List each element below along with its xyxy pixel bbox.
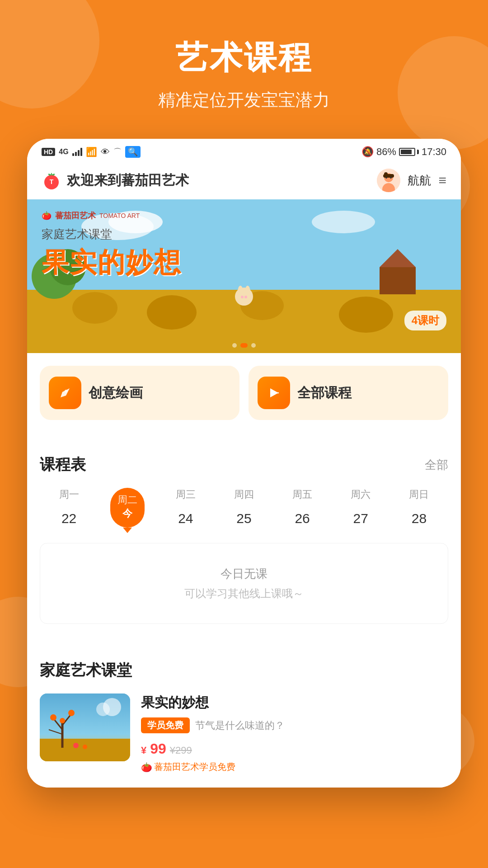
battery-percent: 86%	[376, 146, 396, 158]
empty-sub-text: 可以学习其他线上课哦～	[58, 586, 430, 601]
page-title: 艺术课程	[18, 36, 470, 80]
svg-point-17	[339, 297, 393, 333]
day-tue-num: 今	[122, 507, 132, 520]
schedule-title: 课程表	[40, 454, 86, 475]
course-price: 99	[150, 741, 166, 757]
day-tue-name: 周二	[117, 493, 137, 507]
bell-muted-icon: 🔕	[361, 146, 374, 158]
svg-point-38	[68, 710, 75, 716]
course-original-price: ¥299	[170, 745, 192, 756]
creative-drawing-btn[interactable]: 创意绘画	[40, 366, 239, 420]
svg-point-43	[83, 745, 87, 749]
svg-text:T: T	[50, 178, 54, 185]
banner-dot-2[interactable]	[240, 343, 248, 348]
schedule-header: 课程表 全部	[40, 454, 448, 475]
app-logo: T	[42, 170, 61, 190]
course-info: 果实的妙想 学员免费 节气是什么味道的？ ¥ 99 ¥299 🍅 蕃茄田艺术学员…	[141, 693, 448, 773]
day-wed-num: 24	[172, 505, 199, 532]
battery-icon	[399, 148, 419, 156]
user-avatar[interactable]	[377, 169, 400, 192]
svg-point-14	[72, 292, 117, 324]
svg-point-39	[60, 718, 65, 723]
banner-brand-sub: TOMATO ART	[99, 212, 140, 219]
family-art-header: 家庭艺术课堂	[40, 660, 448, 681]
svg-rect-6	[384, 172, 388, 178]
price-yuan-symbol: ¥	[141, 745, 146, 756]
day-fri-name: 周五	[292, 488, 312, 501]
banner-brand-name: 蕃茄田艺术	[55, 210, 96, 221]
day-thu-num: 25	[230, 505, 258, 532]
menu-icon[interactable]: ≡	[438, 173, 446, 188]
course-tag: 学员免费	[141, 717, 190, 733]
hd-badge: HD	[42, 148, 55, 156]
day-sun-name: 周日	[409, 488, 429, 501]
active-day-wrapper: 周二 今	[110, 488, 145, 528]
day-tue[interactable]: 周二 今	[98, 488, 156, 532]
all-courses-label: 全部课程	[297, 384, 352, 402]
day-mon-name: 周一	[59, 488, 79, 501]
svg-point-27	[65, 390, 67, 392]
family-art-section: 家庭艺术课堂	[27, 646, 461, 788]
day-mon[interactable]: 周一 22	[40, 488, 98, 532]
svg-point-22	[235, 288, 253, 306]
banner-lessons: 4课时	[404, 311, 446, 330]
quick-actions: 创意绘画 全部课程	[27, 353, 461, 433]
status-right: 🔕 86% 17:30	[361, 146, 446, 158]
day-wed[interactable]: 周三 24	[156, 488, 215, 532]
hidden-icon: ⌒	[113, 146, 122, 157]
app-navbar: T 欢迎来到蕃茄田艺术 航航 ≡	[27, 161, 461, 199]
banner-carousel[interactable]: 🍅 蕃茄田艺术 TOMATO ART 家庭艺术课堂 果实的妙想 4课时	[27, 199, 461, 353]
svg-point-37	[50, 714, 56, 721]
banner-brand: 🍅 蕃茄田艺术 TOMATO ART	[42, 210, 140, 221]
day-sun-num: 28	[405, 505, 432, 532]
day-selector: 周一 22 周二 今 周三 24 周四 25 周五	[40, 488, 448, 532]
drawing-icon	[49, 377, 81, 409]
page-subtitle: 精准定位开发宝宝潜力	[18, 89, 470, 112]
status-bar: HD 4G 📶 👁 ⌒ 🔍 🔕 86% 17:30	[27, 139, 461, 161]
day-fri-num: 26	[289, 505, 316, 532]
navbar-left: T 欢迎来到蕃茄田艺术	[42, 170, 189, 190]
svg-point-12	[312, 211, 375, 233]
day-sun[interactable]: 周日 28	[390, 488, 448, 532]
banner-dots	[232, 343, 256, 348]
day-fri[interactable]: 周五 26	[273, 488, 332, 532]
banner-main-title: 果实的妙想	[42, 245, 182, 281]
phone-mockup: HD 4G 📶 👁 ⌒ 🔍 🔕 86% 17:30	[27, 139, 461, 788]
day-thu[interactable]: 周四 25	[215, 488, 273, 532]
course-thumbnail	[40, 693, 130, 761]
svg-point-25	[241, 296, 244, 298]
course-price-row: ¥ 99 ¥299	[141, 741, 448, 757]
drawing-label: 创意绘画	[89, 384, 143, 402]
all-courses-btn[interactable]: 全部课程	[249, 366, 448, 420]
course-tag-row: 学员免费 节气是什么味道的？	[141, 717, 448, 733]
course-name: 果实的妙想	[141, 693, 448, 712]
search-icon[interactable]: 🔍	[125, 146, 141, 158]
svg-point-26	[244, 296, 247, 298]
banner-dot-3[interactable]	[251, 343, 256, 348]
navbar-title: 欢迎来到蕃茄田艺术	[67, 171, 189, 190]
course-card[interactable]: 果实的妙想 学员免费 节气是什么味道的？ ¥ 99 ¥299 🍅 蕃茄田艺术学员…	[40, 693, 448, 773]
svg-point-8	[390, 177, 392, 179]
svg-rect-32	[40, 739, 130, 761]
course-student-note: 🍅 蕃茄田艺术学员免费	[141, 761, 448, 773]
eye-icon: 👁	[101, 147, 110, 157]
schedule-more[interactable]: 全部	[425, 457, 448, 473]
banner-slide: 🍅 蕃茄田艺术 TOMATO ART 家庭艺术课堂 果实的妙想 4课时	[27, 199, 461, 353]
banner-label: 家庭艺术课堂	[42, 226, 112, 242]
banner-dot-1[interactable]	[232, 343, 237, 348]
svg-rect-20	[380, 267, 416, 294]
day-wed-name: 周三	[176, 488, 196, 501]
course-desc: 节气是什么味道的？	[195, 719, 285, 732]
day-mon-num: 22	[56, 505, 83, 532]
tomato-icon: 🍅	[141, 762, 152, 773]
signal-icon	[72, 148, 82, 156]
wifi-icon: 📶	[86, 146, 97, 157]
empty-schedule: 今日无课 可以学习其他线上课哦～	[40, 543, 448, 624]
page-header: 艺术课程 精准定位开发宝宝潜力	[0, 0, 488, 139]
day-sat[interactable]: 周六 27	[332, 488, 390, 532]
day-sat-num: 27	[347, 505, 374, 532]
schedule-section: 课程表 全部 周一 22 周二 今 周三 24 周四	[27, 440, 461, 638]
navbar-right: 航航 ≡	[377, 169, 446, 192]
day-thu-name: 周四	[234, 488, 254, 501]
svg-point-41	[96, 703, 110, 716]
